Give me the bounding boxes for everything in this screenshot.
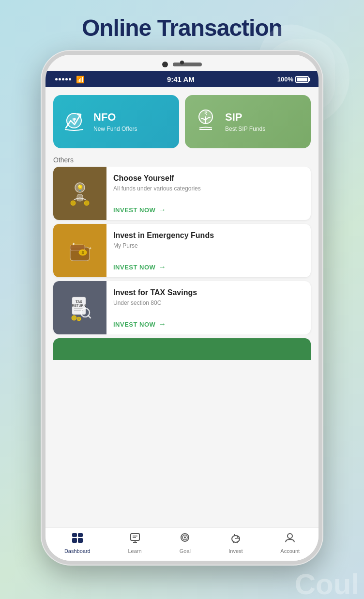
corner-text: Coul	[295, 570, 364, 599]
phone-frame: 📶 9:41 AM 100% ₹	[42, 51, 322, 565]
emergency-cta[interactable]: INVEST NOW →	[113, 263, 304, 271]
svg-text:TAX: TAX	[76, 300, 82, 303]
tax-subtitle: Under section 80C	[113, 300, 304, 306]
arrow-right-icon: →	[158, 205, 167, 214]
sip-icon: ₹	[193, 106, 219, 137]
power-button	[321, 132, 322, 161]
svg-point-36	[184, 536, 186, 538]
svg-point-24	[77, 317, 81, 321]
svg-text:💡: 💡	[76, 184, 83, 191]
phone-top-bar	[46, 55, 318, 71]
emergency-cta-label: INVEST NOW	[113, 264, 155, 271]
svg-line-22	[88, 315, 91, 318]
invest-item-choose-yourself[interactable]: 💡 Choose Yourself All funds under variou…	[53, 167, 311, 220]
sip-subtitle: Best SIP Funds	[225, 126, 265, 132]
emergency-body: Invest in Emergency Funds My Purse INVES…	[106, 224, 311, 277]
nfo-card[interactable]: ₹ NFO New Fund Offers	[53, 95, 179, 148]
sip-card[interactable]: ₹ SIP Best SIP Funds	[185, 95, 311, 148]
svg-point-8	[71, 201, 76, 205]
sip-title: SIP	[225, 111, 265, 124]
signal-dot	[59, 78, 61, 80]
tax-thumbnail: TAX RETURN	[53, 281, 106, 334]
page-title: Online Transaction	[82, 15, 282, 41]
invest-nav-label: Invest	[228, 548, 243, 554]
choose-yourself-body: Choose Yourself All funds under various …	[106, 167, 311, 220]
nav-item-goal[interactable]: Goal	[179, 533, 191, 554]
nfo-subtitle: New Fund Offers	[93, 126, 137, 132]
invest-list: 💡 Choose Yourself All funds under variou…	[46, 167, 318, 334]
choose-yourself-thumbnail: 💡	[53, 167, 106, 220]
partial-item	[53, 338, 311, 360]
svg-point-9	[84, 201, 89, 205]
arrow-right-icon: →	[158, 320, 167, 329]
svg-point-43	[288, 534, 292, 538]
others-label: Others	[46, 152, 318, 167]
emergency-thumbnail: $ ✦ ✦	[53, 224, 106, 277]
top-cards-row: ₹ NFO New Fund Offers	[46, 87, 318, 152]
volume-up-button	[42, 123, 43, 142]
wifi-icon: 📶	[76, 76, 84, 83]
front-sensor	[180, 61, 184, 64]
svg-rect-28	[78, 538, 83, 543]
goal-icon	[179, 533, 191, 546]
volume-down-button	[42, 147, 43, 166]
invest-item-tax[interactable]: TAX RETURN Invest for TAX Saving	[53, 281, 311, 334]
status-time: 9:41 AM	[167, 75, 195, 83]
status-left: 📶	[55, 76, 84, 83]
signal-dots	[55, 78, 71, 80]
nav-item-account[interactable]: Account	[280, 533, 300, 554]
learn-icon	[129, 533, 141, 546]
account-icon	[284, 533, 296, 546]
nav-item-dashboard[interactable]: Dashboard	[64, 533, 91, 554]
nav-item-learn[interactable]: Learn	[128, 533, 142, 554]
status-bar: 📶 9:41 AM 100%	[46, 71, 318, 87]
choose-yourself-subtitle: All funds under various categories	[113, 185, 304, 192]
account-nav-label: Account	[280, 548, 300, 554]
battery-fill	[297, 78, 307, 81]
svg-point-23	[72, 315, 76, 320]
learn-nav-label: Learn	[128, 548, 142, 554]
choose-yourself-title: Choose Yourself	[113, 173, 304, 184]
arrow-right-icon: →	[158, 263, 167, 271]
bottom-nav: Dashboard Learn	[46, 527, 318, 561]
nfo-title: NFO	[93, 111, 137, 124]
signal-dot	[62, 78, 64, 80]
choose-yourself-cta-label: INVEST NOW	[113, 206, 155, 214]
signal-dot	[69, 78, 71, 80]
svg-text:✦: ✦	[72, 241, 76, 247]
goal-nav-label: Goal	[180, 548, 191, 554]
svg-point-38	[237, 536, 239, 538]
svg-rect-26	[78, 533, 83, 537]
sip-card-text: SIP Best SIP Funds	[225, 111, 265, 132]
choose-yourself-cta[interactable]: INVEST NOW →	[113, 205, 304, 214]
status-right: 100%	[277, 76, 309, 83]
svg-rect-27	[72, 538, 77, 543]
nfo-card-text: NFO New Fund Offers	[93, 111, 137, 132]
phone-content: ₹ NFO New Fund Offers	[46, 87, 318, 561]
battery-percent: 100%	[277, 76, 293, 83]
invest-icon	[230, 533, 242, 546]
svg-text:$: $	[81, 250, 84, 255]
emergency-title: Invest in Emergency Funds	[113, 231, 304, 241]
dashboard-nav-label: Dashboard	[64, 548, 91, 554]
speaker	[173, 63, 202, 66]
dashboard-icon	[72, 533, 83, 546]
svg-text:₹: ₹	[204, 110, 208, 116]
signal-dot	[65, 78, 68, 80]
signal-dot	[55, 78, 58, 80]
front-camera	[162, 62, 168, 67]
tax-cta-label: INVEST NOW	[113, 321, 155, 328]
tax-body: Invest for TAX Savings Under section 80C…	[106, 281, 311, 334]
svg-text:✦: ✦	[89, 246, 92, 251]
tax-cta[interactable]: INVEST NOW →	[113, 320, 304, 329]
nfo-icon: ₹	[61, 106, 88, 137]
svg-rect-25	[72, 533, 77, 537]
svg-rect-29	[131, 534, 139, 540]
svg-rect-7	[77, 194, 83, 201]
nav-item-invest[interactable]: Invest	[228, 533, 243, 554]
emergency-subtitle: My Purse	[113, 242, 304, 249]
tax-title: Invest for TAX Savings	[113, 288, 304, 298]
invest-item-emergency[interactable]: $ ✦ ✦ Invest in Emergency Funds My Purse…	[53, 224, 311, 277]
battery-icon	[295, 76, 309, 83]
svg-text:RETURN: RETURN	[72, 304, 86, 307]
